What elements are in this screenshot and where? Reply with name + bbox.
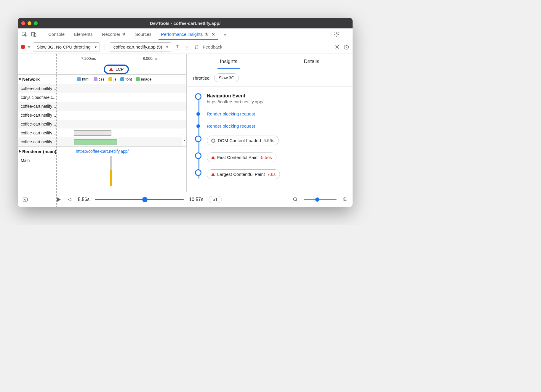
tab-performance-insights[interactable]: Performance insights ⚗ ✕ — [157, 28, 220, 40]
network-row[interactable]: coffee-cart.netlify… — [18, 128, 186, 137]
network-section-header: Network html css js font image — [18, 75, 186, 84]
beaker-icon: ⚗ — [122, 32, 126, 36]
zoom-thumb[interactable] — [315, 197, 319, 202]
render-blocking-link[interactable]: Render blocking request — [207, 111, 255, 116]
tab-label: Recorder — [102, 32, 121, 37]
import-icon[interactable] — [184, 44, 190, 50]
close-window-icon[interactable] — [21, 21, 25, 25]
tab-elements[interactable]: Elements — [70, 28, 97, 40]
metric-value: 7.6s — [267, 172, 276, 177]
network-row[interactable]: coffee-cart.netlify… — [18, 120, 186, 128]
main-thread-row[interactable]: Main — [18, 156, 186, 192]
zoom-slider[interactable] — [304, 199, 337, 200]
tab-label: Details — [304, 59, 319, 65]
more-tabs-icon[interactable]: » — [221, 30, 229, 38]
playback-footer: 5.56s 10.57s x1 — [18, 192, 353, 207]
flame-segment[interactable] — [110, 156, 112, 170]
panel-settings-icon[interactable] — [334, 44, 340, 50]
tab-label: Performance insights — [161, 32, 203, 37]
insights-timeline: Navigation Event https://coffee-cart.net… — [187, 87, 353, 187]
legend-html: html — [77, 77, 89, 81]
kebab-menu-icon[interactable]: ⋮ — [342, 30, 350, 38]
close-tab-icon[interactable]: ✕ — [212, 32, 215, 37]
page-select[interactable]: coffee-cart.netlify.app (9) ▾ — [110, 42, 172, 52]
slider-thumb[interactable] — [142, 197, 148, 202]
throttled-pill[interactable]: Slow 3G — [214, 73, 239, 82]
insight-render-blocking[interactable]: Render blocking request — [195, 111, 347, 116]
svg-point-3 — [336, 33, 337, 35]
throttling-select[interactable]: Slow 3G, No CPU throttling ▾ — [33, 42, 100, 52]
svg-rect-6 — [23, 198, 28, 201]
node-dot-icon — [196, 124, 200, 128]
expand-icon[interactable] — [19, 150, 21, 153]
screenshot-toggle-icon[interactable] — [22, 196, 28, 203]
svg-rect-1 — [32, 32, 35, 36]
record-dropdown-icon[interactable]: ▾ — [28, 45, 30, 49]
tab-console[interactable]: Console — [44, 28, 69, 40]
insight-dcl[interactable]: DOM Content Loaded 5.56s — [195, 136, 347, 145]
delete-icon[interactable] — [193, 44, 200, 50]
main-label: Main — [18, 156, 74, 192]
tab-label: Console — [48, 32, 65, 37]
insight-lcp[interactable]: Largest Contentful Paint 7.6s — [195, 169, 347, 179]
playback-slider[interactable] — [95, 199, 184, 200]
beaker-icon: ⚗ — [204, 32, 208, 36]
throttling-label: Slow 3G, No CPU throttling — [37, 44, 91, 49]
play-button[interactable] — [57, 197, 61, 202]
node-dot-icon — [196, 112, 200, 116]
insight-navigation-event[interactable]: Navigation Event https://coffee-cart.net… — [195, 93, 347, 104]
zoom-out-icon[interactable] — [292, 196, 299, 203]
node-icon — [195, 136, 201, 142]
metric-value: 5.56s — [261, 155, 272, 160]
timeline-ruler[interactable]: 7,200ms 8,000ms LCP — [18, 54, 186, 75]
renderer-url[interactable]: https://coffee-cart.netlify.app/ — [74, 149, 129, 154]
chevron-down-icon: ▾ — [166, 45, 168, 49]
minimize-window-icon[interactable] — [28, 21, 31, 25]
divider — [41, 31, 41, 38]
expand-pane-handle[interactable]: › — [182, 134, 187, 146]
tab-insights[interactable]: Insights — [217, 54, 240, 69]
maximize-window-icon[interactable] — [34, 21, 38, 25]
metric-label: First Contentful Paint — [217, 155, 259, 160]
metric-label: DOM Content Loaded — [218, 138, 261, 143]
insight-fcp[interactable]: First Contentful Paint 5.56s — [195, 152, 347, 162]
export-icon[interactable] — [174, 44, 181, 50]
network-legend: html css js font image — [74, 77, 186, 81]
lcp-marker[interactable]: LCP — [104, 65, 129, 74]
insight-render-blocking[interactable]: Render blocking request — [195, 123, 347, 128]
warning-triangle-icon — [211, 173, 215, 176]
node-icon — [195, 93, 201, 100]
settings-gear-icon[interactable] — [332, 30, 341, 38]
rewind-icon[interactable] — [66, 196, 73, 203]
network-row[interactable]: coffee-cart.netlify… — [18, 102, 186, 111]
throttled-value: Slow 3G — [219, 75, 234, 80]
event-url: https://coffee-cart.netlify.app/ — [207, 99, 347, 104]
tab-details[interactable]: Details — [302, 54, 322, 69]
main-content: 7,200ms 8,000ms LCP Network html css js … — [18, 54, 353, 192]
render-blocking-link[interactable]: Render blocking request — [207, 123, 255, 128]
time-tick: 7,200ms — [81, 56, 96, 61]
insights-tabs: Insights Details — [187, 54, 353, 69]
playhead-line — [56, 54, 57, 207]
feedback-link[interactable]: Feedback — [203, 44, 222, 49]
zoom-in-icon[interactable] — [342, 196, 348, 203]
tab-recorder[interactable]: Recorder⚗ — [98, 28, 130, 40]
flame-segment[interactable] — [110, 170, 112, 186]
divider — [105, 44, 105, 50]
inspect-icon[interactable] — [20, 30, 28, 38]
node-icon — [195, 169, 201, 176]
device-toggle-icon[interactable] — [30, 30, 38, 38]
network-row[interactable]: coffee-cart.netlify… — [18, 137, 186, 146]
playback-speed[interactable]: x1 — [209, 196, 222, 203]
help-icon[interactable] — [343, 44, 350, 50]
network-row[interactable]: coffee-cart.netlify… — [18, 84, 186, 93]
metric-label: Largest Contentful Paint — [217, 172, 265, 177]
network-row[interactable]: cdnjs.cloudflare.c… — [18, 93, 186, 102]
toolbar: ▾ Slow 3G, No CPU throttling ▾ coffee-ca… — [18, 40, 353, 54]
traffic-lights — [21, 21, 38, 25]
tab-sources[interactable]: Sources — [131, 28, 156, 40]
record-button[interactable] — [21, 45, 25, 49]
network-row[interactable]: coffee-cart.netlify… — [18, 111, 186, 120]
collapse-icon[interactable] — [19, 78, 22, 80]
warning-triangle-icon — [211, 156, 215, 159]
